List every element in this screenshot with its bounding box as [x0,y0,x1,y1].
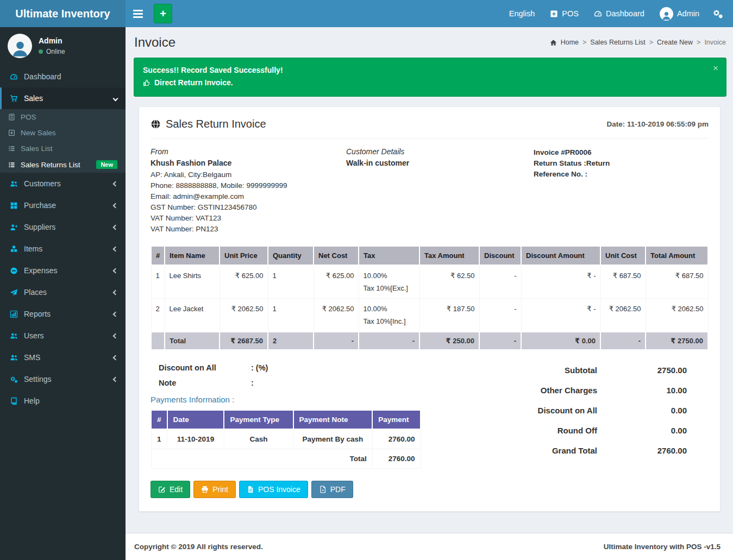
discount-on-all-value: : (%) [251,363,268,372]
user-plus-icon [10,223,18,231]
subtotal-label: Subtotal [475,366,597,375]
user-status: Online [46,48,65,55]
invoice-title-row: Sales Return Invoice [151,118,266,130]
sidebar-label-purchase: Purchase [24,201,56,210]
quick-add-button[interactable]: + [154,4,172,23]
calculator-icon [8,114,15,121]
sidebar-item-users[interactable]: Users [0,325,126,347]
sidebar-item-places[interactable]: Places [0,281,126,303]
breadcrumb-create-new[interactable]: Create New [657,39,693,46]
nav-pos-link[interactable]: POS [542,0,586,27]
col-item-name: Item Name [165,247,220,265]
breadcrumb-separator: > [582,39,586,46]
sidebar-item-sales[interactable]: Sales [0,87,126,109]
breadcrumb-separator: > [649,39,653,46]
sidebar-label-sales-list: Sales List [21,144,53,153]
chevron-down-icon [113,96,118,101]
grid-icon [10,202,18,210]
edit-button[interactable]: Edit [151,481,190,498]
gears-icon [10,375,18,383]
col-quantity: Quantity [268,247,314,265]
sidebar-item-sales-returns-list[interactable]: Sales Returns List New [0,156,126,173]
round-off-value: 0.00 [597,426,687,435]
from-label: From [151,147,346,156]
sidebar-item-new-sales[interactable]: New Sales [0,125,126,141]
breadcrumb-sales-returns-list[interactable]: Sales Returns List [590,39,645,46]
version-text: Ultimate Inventory with POS -v1.5 [604,543,721,551]
table-row: 1 Lee Shirts ₹ 625.00 1 ₹ 625.00 10.00% … [151,265,708,299]
sidebar-label-items: Items [24,244,42,253]
company-address: AP: Ankali, City:Belgaum [151,169,346,180]
sidebar-item-suppliers[interactable]: Suppliers [0,216,126,238]
list-icon [8,161,15,168]
sidebar-item-sales-list[interactable]: Sales List [0,141,126,156]
settings-gears-icon[interactable] [707,0,733,27]
other-charges-value: 10.00 [597,386,687,395]
breadcrumb-home[interactable]: Home [561,39,579,46]
sidebar-item-dashboard[interactable]: Dashboard [0,66,126,87]
sidebar-item-items[interactable]: Items [0,238,126,260]
company-gst: GST Number: GSTIN123456780 [151,202,346,213]
col-sn: # [151,247,165,265]
chevron-left-icon [113,333,118,338]
sidebar-label-reports: Reports [24,310,51,318]
tachometer-icon [10,73,18,81]
file-icon [247,486,254,493]
sidebar-item-expenses[interactable]: Expenses [0,260,126,281]
pdf-button[interactable]: PDF [311,481,353,498]
payments-table: # Date Payment Type Payment Note Payment… [151,411,421,469]
sidebar-label-settings: Settings [24,375,52,383]
sidebar-item-reports[interactable]: Reports [0,303,126,325]
customer-name: Walk-in customer [346,159,534,167]
language-menu[interactable]: English [502,0,543,27]
sidebar-item-settings[interactable]: Settings [0,368,126,390]
discount-on-all-row: Discount on All : (%) [151,363,475,372]
users-icon [10,332,18,340]
other-charges-label: Other Charges [475,386,597,395]
sidebar-item-sms[interactable]: SMS [0,347,126,368]
pos-invoice-button[interactable]: POS Invoice [239,481,308,498]
new-badge: New [96,160,117,169]
return-status: Return Status :Return [534,158,709,169]
chevron-left-icon [113,311,118,317]
sidebar-item-customers[interactable]: Customers [0,173,126,194]
sidebar-item-pos[interactable]: POS [0,109,126,125]
footer: Copyright © 2019 All rights reserved. Ul… [126,533,733,560]
sidebar-label-users: Users [24,331,44,340]
nav-dashboard-link[interactable]: Dashboard [586,0,652,27]
nav-pos-label: POS [562,9,579,18]
col-unit-cost: Unit Cost [600,247,646,265]
col-tax-amount: Tax Amount [419,247,479,265]
sidebar-item-help[interactable]: Help [0,390,126,412]
paper-plane-icon [10,288,18,297]
table-row: 1 11-10-2019 Cash Payment By cash 2760.0… [151,429,421,449]
chevron-left-icon [113,290,118,295]
brand-logo[interactable]: Ultimate Inventory [0,0,126,27]
bar-chart-icon [10,310,18,318]
round-off-label: Round Off [475,426,597,435]
items-table-header: # Item Name Unit Price Quantity Net Cost… [151,247,708,265]
sidebar-label-dashboard: Dashboard [24,72,61,81]
col-tax: Tax [359,247,419,265]
sidebar-label-sales: Sales [24,94,43,103]
col-discount: Discount [479,247,521,265]
breadcrumb-separator: > [697,39,700,46]
home-icon [550,39,557,46]
alert-close-icon[interactable]: × [713,64,718,73]
grand-total-label: Grand Total [475,446,597,455]
cubes-icon [10,245,18,253]
print-button[interactable]: Print [193,481,236,498]
book-icon [10,397,18,405]
sidebar-item-purchase[interactable]: Purchase [0,194,126,216]
sidebar-toggle-icon[interactable] [126,0,151,27]
customer-label: Customer Details [346,147,534,156]
discount-on-all-label: Discount on All [159,363,251,372]
company-phone: Phone: 8888888888, Mobile: 9999999999 [151,180,346,191]
alert-line1: Success!! Record Saved Successfully! [143,66,717,74]
globe-icon [151,119,161,129]
user-panel: Admin Online [0,27,126,66]
page-title: Invoice [134,35,176,50]
user-menu[interactable]: Admin [652,0,707,27]
thumbs-up-icon [143,79,151,87]
cart-icon [10,95,18,103]
